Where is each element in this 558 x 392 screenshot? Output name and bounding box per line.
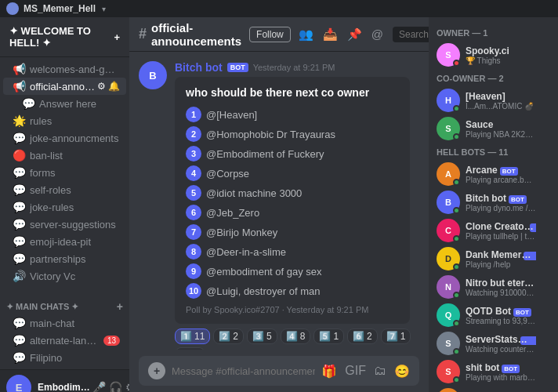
- rs-member-qotd[interactable]: Q QOTD BotBOT Streaming to 93,951 server…: [430, 301, 556, 329]
- message-bitch-bot: B Bitch bot BOT Yesterday at 9:21 PM who…: [139, 61, 419, 350]
- rs-sub-arcane: Playing arcane.bot 562/736: [466, 176, 536, 184]
- rs-name-serverstats: ServerStatsBOT: [466, 334, 536, 345]
- rs-member-ttsbot[interactable]: T TTS BotBOT: [430, 386, 556, 392]
- rs-section-bots: HELL BOTS — 11: [429, 143, 558, 160]
- reaction-6[interactable]: 6️⃣2: [347, 328, 378, 344]
- message-header: Bitch bot BOT Yesterday at 9:21 PM: [175, 61, 419, 74]
- attachment-button[interactable]: +: [148, 362, 165, 379]
- channel-hash-icon: #: [139, 26, 147, 42]
- poll-question: who should be there next co owner: [186, 86, 399, 99]
- left-sidebar: ✦ WELCOME TO HELL! ✦ + 📢 welcomes-and-go…: [0, 17, 129, 392]
- channel-name-forms: forms: [30, 167, 120, 179]
- dankmemer-bot-badge: BOT: [524, 252, 536, 260]
- rs-member-clonecreator[interactable]: C Clone CreatorBOT Playing tullhelp | tu…: [430, 216, 556, 245]
- rs-section-coowner: CO-OWNER — 2: [429, 69, 558, 86]
- channel-item-rules[interactable]: 🌟 rules: [3, 112, 126, 129]
- members-icon[interactable]: 👥: [299, 27, 313, 42]
- rs-sub-bitchbot: Playing dyno.me /?help: [466, 204, 536, 212]
- gift-icon[interactable]: 🎁: [321, 364, 337, 379]
- poll-text-10: @Luigi, destroyer of man: [206, 285, 320, 297]
- poll-option-7: 7 @Birijo Monkey: [186, 224, 399, 240]
- reaction-3[interactable]: 3️⃣5: [247, 328, 277, 344]
- section-plus-mainchats[interactable]: +: [117, 300, 123, 313]
- channel-item-victoryvc[interactable]: 🔊 Victory Vc: [3, 267, 126, 285]
- poll-num-4: 4: [186, 165, 201, 181]
- channel-icon-forms: 💬: [13, 166, 26, 179]
- channel-name-serversuggestions: server-suggestions: [30, 219, 120, 230]
- reaction-1[interactable]: 1️⃣11: [175, 328, 210, 344]
- channel-item-banlist[interactable]: 🔴 ban-list: [3, 147, 126, 164]
- rs-member-sauce[interactable]: S Sauce Playing NBA 2K23 for Xbox O...: [430, 114, 556, 143]
- poll-text-3: @Embodiment of Fuckery: [206, 148, 324, 160]
- channel-item-announcements[interactable]: 📢 official-announ... ⚙ 🔔: [3, 78, 126, 95]
- reaction-5[interactable]: 5️⃣1: [313, 328, 344, 344]
- inbox-icon[interactable]: 📥: [323, 27, 338, 42]
- server-header[interactable]: ✦ WELCOME TO HELL! ✦ +: [0, 17, 129, 57]
- rs-info-bitchbot: Bitch botBOT Playing dyno.me /?help: [466, 193, 536, 212]
- reaction-7[interactable]: 7️⃣1: [381, 328, 411, 344]
- rs-name-nitro: Nitro but eternalBOT: [466, 278, 536, 289]
- rs-info-sauce: Sauce Playing NBA 2K23 for Xbox O...: [466, 119, 536, 139]
- rs-avatar-bitchbot: B: [437, 191, 460, 214]
- reactions-row-1: 1️⃣11 2️⃣2 3️⃣5 4️⃣8 5️⃣1 6️⃣2 7️⃣1 8️⃣2: [175, 328, 419, 350]
- channel-item-alternatelang[interactable]: 💬 alternate-languages 13: [3, 332, 126, 349]
- rs-avatar-nitro: N: [437, 275, 460, 299]
- rs-sub-spooky: 🏆 Thighs: [466, 56, 509, 65]
- poll-text-9: @embodiment of gay sex: [206, 266, 322, 278]
- channel-item-filipino[interactable]: 💬 Filipino: [3, 349, 126, 366]
- rs-member-dankmemer[interactable]: D Dank MemerBOT Playing /help: [430, 245, 556, 273]
- rs-avatar-qotd: Q: [437, 303, 460, 327]
- channel-item-welcomes[interactable]: 📢 welcomes-and-goodby...: [3, 60, 126, 78]
- poll-num-6: 6: [186, 205, 201, 220]
- channel-icon-serversuggestions: 💬: [13, 218, 26, 230]
- server-icon: [6, 2, 19, 15]
- rs-member-serverstats[interactable]: S ServerStatsBOT Watching counters | /he…: [430, 329, 556, 358]
- rs-member-nitro[interactable]: N Nitro but eternalBOT Watching 910000 s…: [430, 273, 556, 301]
- rs-member-bitchbot[interactable]: B Bitch botBOT Playing dyno.me /?help: [430, 188, 556, 216]
- rs-member-spooky[interactable]: S Spooky.ci 🏆 Thighs: [430, 41, 556, 69]
- channel-item-jokes[interactable]: 💬 joke-announcments: [3, 129, 126, 147]
- channel-section-mainchats: ✦ MAIN CHATS ✦ + 💬 main-chat 💬 alternate…: [0, 294, 129, 369]
- gif-icon[interactable]: GIF: [345, 364, 366, 379]
- rs-member-shitbot[interactable]: S shit botBOT Playing with marbles: [430, 358, 556, 386]
- settings-icon[interactable]: ⚙: [97, 81, 106, 92]
- channel-name-selfroles: self-roles: [30, 184, 120, 196]
- poll-option-1: 1 @[Heaven]: [186, 107, 399, 122]
- reaction-4[interactable]: 4️⃣8: [281, 328, 311, 344]
- rs-avatar-clonecreator: C: [437, 219, 460, 242]
- channel-item-forms[interactable]: 💬 forms: [3, 164, 126, 181]
- section-header-mainchats[interactable]: ✦ MAIN CHATS ✦ +: [0, 297, 129, 314]
- message-input[interactable]: [172, 365, 315, 377]
- channel-name-emoji: emoji-idea-pit: [30, 236, 120, 248]
- rs-avatar-ttsbot: T: [437, 388, 460, 392]
- mention-icon[interactable]: @: [371, 27, 383, 41]
- pin-icon[interactable]: 📌: [347, 27, 362, 42]
- channel-icon-welcomes: 📢: [13, 63, 26, 75]
- channel-icon-jokerules: 💬: [13, 201, 26, 213]
- channel-item-answer[interactable]: 💬 Answer here: [3, 95, 126, 112]
- mic-icon[interactable]: 🎤: [92, 381, 106, 392]
- reaction-2[interactable]: 2️⃣2: [213, 328, 244, 344]
- channel-item-serversuggestions[interactable]: 💬 server-suggestions: [3, 216, 126, 233]
- rs-status-sauce: [453, 133, 460, 140]
- rs-info-serverstats: ServerStatsBOT Watching counters | /help: [466, 334, 536, 354]
- channel-name-mainchat: main-chat: [30, 318, 120, 329]
- rs-member-heaven[interactable]: H [Heaven] I...Am...ATOMIC 💣: [430, 86, 556, 114]
- dropdown-icon[interactable]: ▾: [102, 5, 106, 13]
- rs-member-arcane[interactable]: A ArcaneBOT Playing arcane.bot 562/736: [430, 160, 556, 188]
- channel-item-mainchat[interactable]: 💬 main-chat: [3, 314, 126, 332]
- rs-status-bitchbot: [453, 207, 460, 214]
- sticker-icon[interactable]: 🗂: [374, 364, 386, 379]
- rs-status-arcane: [453, 179, 460, 186]
- channel-item-partnerships[interactable]: 💬 partnerships: [3, 250, 126, 267]
- channel-item-jokerules[interactable]: 💬 joke-rules: [3, 198, 126, 216]
- channel-item-emoji[interactable]: 💬 emoji-idea-pit: [3, 233, 126, 250]
- server-header-plus[interactable]: +: [114, 31, 120, 43]
- message-content: Bitch bot BOT Yesterday at 9:21 PM who s…: [175, 61, 419, 350]
- follow-button[interactable]: Follow: [249, 27, 291, 42]
- headphone-icon[interactable]: 🎧: [109, 381, 122, 392]
- poll-num-3: 3: [186, 146, 201, 162]
- emoji-icon[interactable]: 😊: [394, 364, 410, 379]
- bell-icon[interactable]: 🔔: [108, 81, 120, 92]
- channel-item-selfroles[interactable]: 💬 self-roles: [3, 181, 126, 198]
